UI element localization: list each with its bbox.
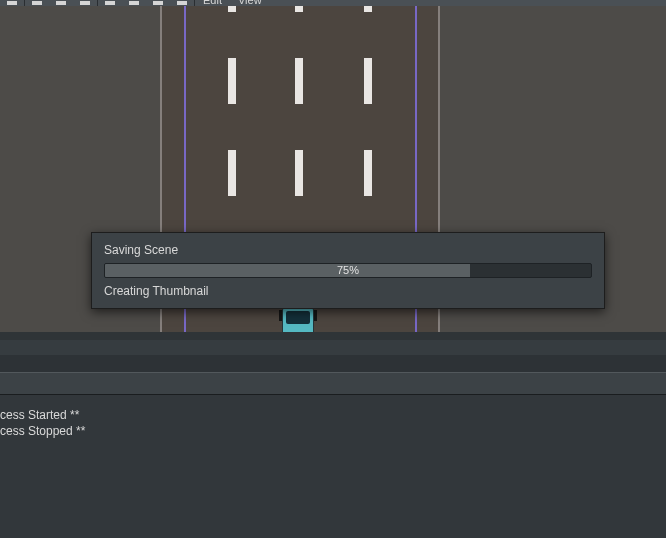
app-root: Edit View — [0, 0, 666, 538]
svg-rect-2 — [56, 1, 66, 5]
svg-rect-0 — [7, 1, 17, 5]
svg-rect-7 — [177, 1, 187, 5]
save-progress-dialog: Saving Scene 75% Creating Thumbnail — [91, 232, 605, 309]
svg-rect-1 — [32, 1, 42, 5]
svg-rect-3 — [80, 1, 90, 5]
svg-rect-6 — [153, 1, 163, 5]
dialog-title: Saving Scene — [104, 243, 592, 257]
output-log[interactable]: cess Started ** cess Stopped ** — [0, 395, 666, 445]
log-line: cess Started ** — [0, 407, 660, 423]
svg-rect-4 — [105, 1, 115, 5]
log-line: cess Stopped ** — [0, 423, 660, 439]
progress-bar-percent: 75% — [105, 264, 591, 277]
svg-rect-5 — [129, 1, 139, 5]
menu-edit[interactable]: Edit — [195, 0, 230, 3]
menu-view[interactable]: View — [230, 0, 270, 3]
progress-bar: 75% — [104, 263, 592, 278]
dialog-status: Creating Thumbnail — [104, 284, 592, 298]
output-panel: cess Started ** cess Stopped ** — [0, 355, 666, 538]
output-tab-active[interactable] — [0, 372, 666, 395]
output-tabbar[interactable] — [0, 355, 666, 395]
